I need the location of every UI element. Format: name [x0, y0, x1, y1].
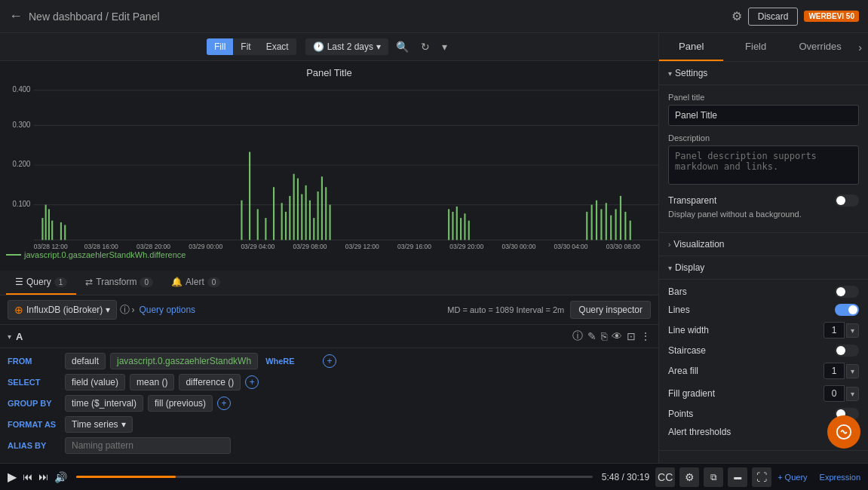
bars-row: Bars — [668, 286, 859, 298]
line-width-select: 1 ▾ — [824, 322, 859, 338]
from-measurement[interactable]: javascript.0.gaszaehlerStandkWh — [110, 353, 258, 369]
settings-section: ▾ Settings Panel title Description Trans… — [659, 62, 868, 232]
gear-icon[interactable]: ⚙ — [732, 9, 742, 23]
time-range-button[interactable]: 🕐 Last 2 days ▾ — [305, 38, 388, 55]
groupby-row: GROUP BY time ($_interval) fill (previou… — [8, 395, 651, 412]
visualization-label: Visualization — [673, 239, 724, 250]
svg-rect-24 — [51, 221, 53, 240]
tab-transform[interactable]: ⇄ Transform 0 — [76, 271, 162, 295]
step-back-button[interactable]: ⏮ — [23, 471, 32, 482]
md-info: MD = auto = 1089 Interval = 2m — [447, 305, 564, 314]
svg-rect-27 — [241, 201, 242, 240]
area-fill-value: 1 — [824, 363, 845, 379]
progress-bar[interactable] — [76, 476, 593, 478]
select-add-button[interactable]: + — [245, 375, 259, 389]
staircase-row: Staircase — [668, 345, 859, 357]
datasource-select[interactable]: ⊕ InfluxDB (ioBroker) ▾ — [8, 300, 117, 320]
lines-label: Lines — [668, 305, 690, 315]
display-section-header[interactable]: ▾ Display — [659, 256, 868, 280]
legend-line-icon — [6, 254, 21, 256]
alert-tab-label: Alert — [186, 277, 204, 287]
svg-rect-56 — [610, 216, 612, 240]
floating-action-button[interactable] — [827, 415, 860, 449]
svg-rect-57 — [615, 209, 617, 240]
svg-rect-21 — [41, 218, 43, 240]
query-options-link[interactable]: Query options — [139, 305, 195, 315]
format-select[interactable]: Time series ▾ — [65, 416, 133, 433]
fill-button[interactable]: Fill — [207, 38, 233, 55]
zoom-out-button[interactable]: 🔍 — [391, 38, 413, 56]
query-more-btn[interactable]: ⋮ — [640, 329, 651, 343]
select-field[interactable]: field (value) — [65, 374, 125, 390]
panel-title-label: Panel title — [668, 93, 859, 102]
description-input[interactable] — [668, 145, 859, 185]
cc-button[interactable]: CC — [655, 467, 675, 487]
description-label: Description — [668, 133, 859, 142]
svg-rect-30 — [265, 218, 266, 240]
group-time[interactable]: time ($_interval) — [65, 395, 143, 412]
staircase-toggle[interactable] — [835, 345, 859, 357]
pip-button[interactable]: ⧉ — [704, 467, 723, 487]
query-info-btn[interactable]: ⓘ — [572, 329, 583, 343]
collapse-arrow[interactable]: ▾ — [8, 332, 11, 341]
fit-button[interactable]: Fit — [233, 38, 258, 55]
main-layout: Fill Fit Exact 🕐 Last 2 days ▾ 🔍 ↻ ▾ Pan… — [0, 33, 868, 463]
query-section-label: A — [16, 331, 23, 342]
select-mean[interactable]: mean () — [130, 374, 174, 390]
video-bar: ▶ ⏮ ⏭ 🔊 5:48 / 30:19 CC ⚙ ⧉ ▬ ⛶ + Query … — [0, 463, 868, 490]
tab-alert[interactable]: 🔔 Alert 0 — [162, 271, 229, 295]
groupby-add-button[interactable]: + — [217, 397, 231, 410]
exact-button[interactable]: Exact — [259, 38, 296, 55]
visualization-header[interactable]: › Visualization — [659, 233, 868, 256]
query-visibility-btn[interactable]: 👁 — [612, 329, 622, 343]
query-edit-btn[interactable]: ✎ — [587, 329, 597, 343]
svg-rect-47 — [456, 207, 458, 240]
svg-text:0.300: 0.300 — [12, 120, 30, 128]
query-tab-icon: ☰ — [15, 277, 23, 287]
expand-icon[interactable]: › — [852, 35, 868, 60]
back-button[interactable]: ← — [9, 8, 23, 24]
area-fill-arrow[interactable]: ▾ — [846, 364, 859, 378]
from-default[interactable]: default — [65, 353, 106, 369]
query-copy-btn[interactable]: ⎘ — [601, 329, 607, 343]
theater-button[interactable]: ▬ — [728, 467, 747, 487]
svg-rect-40 — [313, 218, 314, 240]
svg-rect-32 — [281, 203, 283, 240]
svg-rect-54 — [600, 209, 602, 240]
play-button[interactable]: ▶ — [8, 470, 17, 484]
refresh-button[interactable]: ↻ — [416, 38, 434, 56]
group-fill[interactable]: fill (previous) — [148, 395, 213, 412]
more-options-button[interactable]: ▾ — [437, 38, 452, 56]
query-collapse-btn[interactable]: ⊡ — [627, 329, 636, 343]
staircase-label: Staircase — [668, 345, 706, 356]
expression-label[interactable]: Expression — [820, 473, 860, 482]
datasource-info-button[interactable]: ⓘ — [120, 303, 130, 317]
alias-input[interactable] — [65, 437, 231, 454]
transparent-toggle[interactable] — [835, 194, 859, 207]
tab-query[interactable]: ☰ Query 1 — [6, 271, 76, 295]
fullscreen-button[interactable]: ⛶ — [752, 467, 771, 487]
right-tab-panel[interactable]: Panel — [659, 33, 723, 61]
right-tab-overrides[interactable]: Overrides — [788, 33, 852, 61]
bars-toggle[interactable] — [835, 286, 859, 298]
step-forward-button[interactable]: ⏭ — [38, 471, 48, 482]
chart-toolbar: Fill Fit Exact 🕐 Last 2 days ▾ 🔍 ↻ ▾ — [0, 33, 658, 61]
select-diff[interactable]: difference () — [179, 374, 241, 390]
fill-gradient-arrow[interactable]: ▾ — [846, 387, 859, 401]
right-tab-field[interactable]: Field — [723, 33, 787, 61]
watermark-badge: WERBEVI 50 — [804, 11, 859, 22]
settings-section-header[interactable]: ▾ Settings — [659, 62, 868, 85]
volume-button[interactable]: 🔊 — [54, 471, 67, 483]
line-width-arrow[interactable]: ▾ — [846, 323, 859, 338]
settings-button[interactable]: ⚙ — [679, 467, 699, 487]
lines-toggle[interactable] — [835, 304, 859, 316]
time-range-label: Last 2 days — [327, 41, 373, 52]
visualization-section: › Visualization — [659, 232, 868, 256]
where-add-button[interactable]: + — [323, 354, 336, 368]
svg-text:03/29 20:00: 03/29 20:00 — [449, 243, 483, 249]
query-inspector-button[interactable]: Query inspector — [570, 301, 651, 319]
panel-title-input[interactable] — [668, 105, 859, 126]
where-label-inline: WheRE — [265, 357, 318, 366]
discard-button[interactable]: Discard — [748, 8, 799, 26]
query-add-label[interactable]: + Query — [778, 473, 807, 482]
